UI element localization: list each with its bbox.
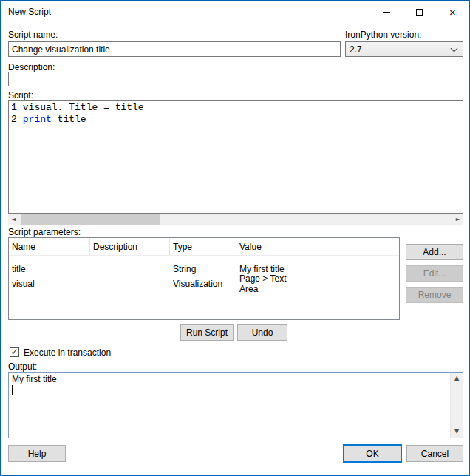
parameters-table: Name Description Type Value title String… [8, 237, 400, 320]
scrollbar-thumb[interactable] [21, 214, 160, 225]
script-editor[interactable]: 1visual. Title = title 2print title [8, 100, 463, 214]
script-name-input[interactable] [8, 41, 341, 57]
scroll-right-icon[interactable]: ► [456, 217, 460, 222]
cancel-button[interactable]: Cancel [406, 445, 463, 462]
add-button[interactable]: Add... [406, 244, 463, 260]
code-text: title [52, 114, 86, 125]
code-text: visual. Title = title [23, 102, 144, 113]
ironpython-version-label: IronPython version: [345, 30, 421, 40]
script-parameters-label: Script parameters: [8, 227, 81, 237]
column-header-name[interactable]: Name [9, 238, 90, 255]
column-header-filler [304, 238, 399, 255]
ok-button[interactable]: OK [343, 444, 402, 463]
cell-type: Visualization [170, 276, 236, 291]
text-caret [12, 385, 13, 395]
description-label: Description: [8, 62, 55, 72]
maximize-icon [416, 9, 423, 16]
code-line: 2print title [11, 114, 460, 126]
close-icon: × [449, 7, 456, 18]
output-vertical-scrollbar[interactable]: ▲ ▼ [450, 373, 463, 438]
version-selected-value: 2.7 [350, 44, 362, 55]
maximize-button[interactable] [403, 1, 436, 23]
ironpython-version-select[interactable]: 2.7 [345, 41, 463, 57]
chevron-down-icon [451, 45, 458, 52]
check-icon: ✓ [10, 347, 18, 357]
column-header-description[interactable]: Description [90, 238, 170, 255]
cell-type: String [170, 262, 236, 276]
script-name-label: Script name: [8, 30, 58, 40]
undo-button[interactable]: Undo [237, 324, 287, 341]
line-number: 2 [11, 114, 17, 125]
scroll-down-icon[interactable]: ▼ [454, 429, 459, 435]
remove-button: Remove [406, 287, 463, 303]
code-line: 1visual. Title = title [11, 102, 460, 114]
cell-value: Page > Text Area [236, 276, 304, 291]
line-number: 1 [11, 102, 17, 113]
title-bar: New Script × [1, 1, 469, 23]
execute-transaction-label[interactable]: Execute in transaction [24, 347, 111, 358]
run-script-button[interactable]: Run Script [180, 324, 234, 341]
cell-name: visual [9, 276, 90, 291]
window-controls: × [369, 1, 469, 23]
new-script-dialog: New Script × Script name: IronPython ver… [0, 0, 470, 476]
output-text: My first title [12, 374, 57, 384]
cell-description [90, 262, 170, 276]
column-header-value[interactable]: Value [236, 238, 304, 255]
scroll-left-icon[interactable]: ◄ [11, 217, 16, 222]
cell-name: title [9, 262, 90, 276]
minimize-button[interactable] [369, 1, 403, 23]
table-row[interactable]: visual Visualization Page > Text Area [9, 276, 399, 291]
cell-description [90, 276, 170, 291]
code-keyword: print [23, 114, 52, 125]
edit-button: Edit... [406, 265, 463, 282]
execute-transaction-checkbox[interactable]: ✓ [10, 347, 19, 357]
output-label: Output: [8, 361, 37, 372]
script-label: Script: [8, 90, 33, 101]
scroll-up-icon[interactable]: ▲ [454, 375, 459, 381]
help-button[interactable]: Help [8, 445, 66, 462]
close-button[interactable]: × [436, 1, 469, 23]
table-row[interactable]: title String My first title [9, 262, 399, 276]
window-title: New Script [8, 1, 51, 23]
description-input[interactable] [8, 72, 463, 86]
column-header-type[interactable]: Type [170, 238, 236, 255]
output-area[interactable]: My first title ▲ ▼ [8, 372, 463, 438]
table-header: Name Description Type Value [9, 238, 399, 256]
minimize-icon [383, 12, 390, 13]
editor-horizontal-scrollbar[interactable]: ◄ ► [8, 214, 463, 225]
